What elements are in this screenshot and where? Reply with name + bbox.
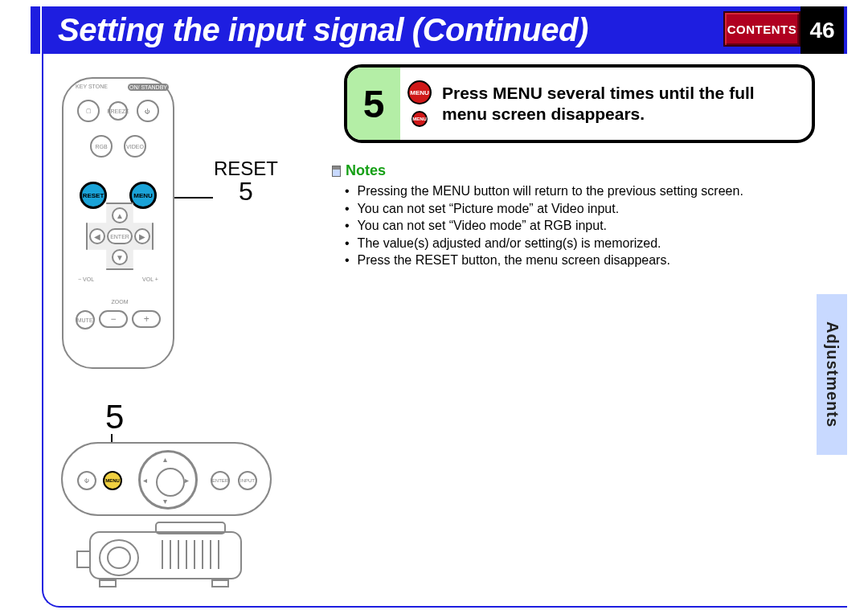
callout-line xyxy=(173,197,213,199)
section-tab-adjustments: Adjustments xyxy=(817,294,847,455)
panel-power-button: ⏻ xyxy=(77,471,96,490)
notes-item: The value(s) adjusted and/or setting(s) … xyxy=(332,235,743,252)
menu-button: MENU xyxy=(129,182,157,209)
panel-input-button: INPUT xyxy=(238,471,257,490)
svg-point-2 xyxy=(108,547,130,568)
remote-callout: RESET 5 xyxy=(214,158,278,206)
zoom-label: ZOOM xyxy=(96,299,144,305)
notes-item: You can not set “Picture mode” at Video … xyxy=(332,200,743,218)
enter-button: ENTER xyxy=(107,228,133,244)
rgb-button: RGB xyxy=(90,135,113,158)
dpad-up-icon: ▴ xyxy=(163,455,167,464)
reset-button: RESET xyxy=(80,182,107,209)
zoom-minus-button: − xyxy=(99,310,128,328)
remote-callout-number: 5 xyxy=(214,178,278,206)
notes-heading-text: Notes xyxy=(346,162,386,179)
projector-panel-diagram: ⏻ MENU ▴ ▾ ◂ ▸ ENTER INPUT xyxy=(61,442,272,516)
panel-menu-button: MENU xyxy=(103,471,122,490)
page-title: Setting the input signal (Continued) xyxy=(42,12,588,48)
notes-item: Pressing the MENU button will return to … xyxy=(332,182,743,200)
step-instruction: Press MENU several times until the full … xyxy=(439,68,812,140)
mute-button: MUTE xyxy=(76,310,95,330)
vol-minus-label: − VOL xyxy=(70,276,102,282)
notes-list: Pressing the MENU button will return to … xyxy=(332,182,743,269)
notes-icon xyxy=(332,166,341,177)
vol-plus-label: VOL + xyxy=(134,276,166,282)
dpad-left-icon: ◂ xyxy=(143,476,147,485)
notes-heading: Notes xyxy=(332,162,743,179)
video-button: VIDEO xyxy=(124,135,146,158)
arrow-up-icon: ▲ xyxy=(112,207,128,223)
on-standby-button: ⏻ xyxy=(137,100,159,122)
svg-rect-12 xyxy=(100,580,116,587)
freeze-button: FREEZE xyxy=(108,101,128,121)
keystone-button: ▢ xyxy=(77,100,100,122)
keystone-label: KEY STONE xyxy=(68,84,116,89)
arrow-left-icon: ◀ xyxy=(89,228,105,244)
svg-point-1 xyxy=(100,540,138,575)
page-number: 46 xyxy=(800,6,844,54)
section-tab-label: Adjustments xyxy=(823,321,841,428)
header-accent-bar xyxy=(31,6,40,54)
dpad-right-icon: ▸ xyxy=(185,476,189,485)
arrow-right-icon: ▶ xyxy=(134,228,150,244)
step-box: 5 MENU MENU Press MENU several times unt… xyxy=(344,64,815,143)
on-standby-label: ON/ STANDBY xyxy=(128,84,169,91)
step-number: 5 xyxy=(347,68,400,140)
menu-button-icon-small: MENU xyxy=(411,111,428,127)
zoom-plus-button: + xyxy=(132,310,161,328)
step-icons: MENU MENU xyxy=(400,68,439,140)
panel-callout-number: 5 xyxy=(105,398,124,436)
notes-item: Press the RESET button, the menu screen … xyxy=(332,252,743,269)
page-header: Setting the input signal (Continued) CON… xyxy=(42,6,847,54)
dpad-down-icon: ▾ xyxy=(163,497,167,506)
menu-button-icon: MENU xyxy=(407,80,432,104)
projector-outline xyxy=(76,518,256,588)
arrow-down-icon: ▼ xyxy=(112,249,128,265)
notes-section: Notes Pressing the MENU button will retu… xyxy=(332,162,743,269)
notes-item: You can not set “Video mode” at RGB inpu… xyxy=(332,217,743,235)
contents-button[interactable]: CONTENTS xyxy=(723,11,800,47)
svg-rect-13 xyxy=(212,580,228,587)
panel-enter-button: ENTER xyxy=(211,471,230,490)
remote-diagram: KEY STONE ON/ STANDBY ▢ FREEZE ⏻ RGB VID… xyxy=(62,77,174,369)
remote-callout-label: RESET xyxy=(214,158,278,179)
